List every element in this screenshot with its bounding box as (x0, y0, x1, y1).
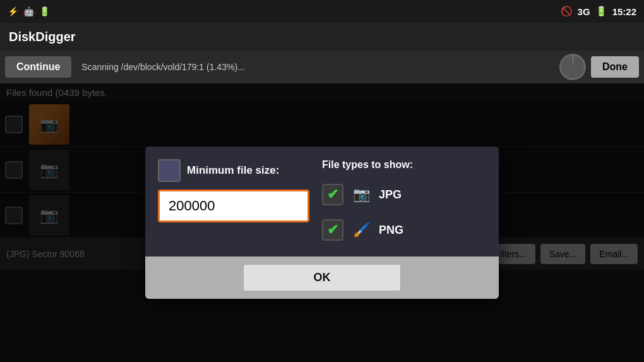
signal-label: 3G (578, 6, 590, 17)
usb-icon: ⚡ (8, 6, 18, 16)
filters-dialog: Minimum file size: File types to show: ✔ (145, 147, 499, 299)
file-types-title: File types to show: (322, 159, 486, 171)
jpg-icon: 📷 (350, 183, 373, 206)
jpg-label: JPG (379, 188, 402, 202)
min-size-checkbox[interactable] (158, 159, 181, 182)
no-sim-icon: 🚫 (561, 6, 573, 17)
dialog-footer: OK (145, 256, 499, 299)
battery-charging-icon: 🔋 (39, 6, 50, 16)
status-icons-right: 🚫 3G 🔋 15:22 (561, 6, 636, 17)
status-bar: ⚡ 🤖 🔋 🚫 3G 🔋 15:22 (0, 0, 644, 23)
scan-status-text: Scanning /dev/block/vold/179:1 (1.43%)..… (76, 62, 554, 72)
app-title: DiskDigger (9, 30, 76, 44)
png-icon: 🖌️ (350, 219, 373, 241)
file-type-row-png: ✔ 🖌️ PNG (322, 216, 486, 244)
dialog-right: File types to show: ✔ 📷 JPG (322, 159, 486, 244)
file-type-row-jpg: ✔ 📷 JPG (322, 181, 486, 208)
main-area: Continue Scanning /dev/block/vold/179:1 … (0, 51, 644, 362)
ok-button[interactable]: OK (243, 264, 401, 291)
min-size-header: Minimum file size: (158, 159, 309, 182)
continue-button[interactable]: Continue (5, 56, 71, 78)
min-size-input[interactable] (158, 190, 309, 222)
png-label: PNG (379, 224, 403, 237)
battery-icon: 🔋 (595, 6, 607, 17)
files-area: Files found (0439 bytes. 📷 📷 📷 (JPG) Sec… (0, 83, 644, 362)
jpg-checkbox[interactable]: ✔ (322, 184, 343, 205)
done-button[interactable]: Done (591, 56, 639, 78)
png-checkmark: ✔ (327, 222, 338, 238)
png-checkbox[interactable]: ✔ (322, 219, 343, 241)
title-bar: DiskDigger (0, 23, 644, 51)
dialog-left: Minimum file size: (158, 159, 309, 244)
status-icons-left: ⚡ 🤖 🔋 (8, 6, 50, 16)
min-size-label: Minimum file size: (187, 164, 279, 177)
progress-circle (559, 54, 586, 80)
dialog-body: Minimum file size: File types to show: ✔ (145, 147, 499, 256)
android-icon: 🤖 (23, 6, 34, 16)
clock: 15:22 (612, 6, 636, 17)
jpg-checkmark: ✔ (327, 186, 338, 203)
dialog-overlay: Minimum file size: File types to show: ✔ (0, 83, 644, 362)
toolbar: Continue Scanning /dev/block/vold/179:1 … (0, 51, 644, 83)
